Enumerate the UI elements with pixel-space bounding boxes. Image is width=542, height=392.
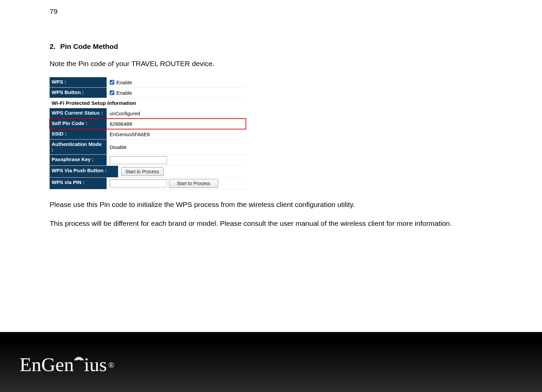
wps-enable-checkbox[interactable]: [110, 80, 114, 85]
engenius-logo: EnGen ius®: [20, 353, 114, 376]
value-auth: Disable: [107, 140, 246, 154]
label-status: WPS Current Status :: [50, 108, 107, 118]
wps-enable-text: Enable: [116, 80, 132, 85]
label-push: WPS Via Push Button :: [50, 166, 118, 177]
label-via-pin: WPS via PIN :: [50, 178, 107, 189]
wps-button-enable-text: Enable: [116, 90, 132, 96]
row-wps-button: WPS Button : Enable: [50, 88, 246, 98]
pin-start-button[interactable]: Start to Process: [169, 179, 218, 188]
footer-bar: EnGen ius®: [0, 332, 542, 392]
value-self-pin: 62686488: [107, 119, 246, 129]
content-block: 2.Pin Code Method Note the Pin code of y…: [50, 42, 495, 237]
label-self-pin: Self Pin Code :: [50, 119, 107, 129]
row-ssid: SSID : EnGenius5FA6E8: [50, 129, 246, 140]
label-auth: Authentication Mode :: [50, 140, 107, 154]
wps-pin-input[interactable]: [110, 179, 167, 187]
page-number: 79: [50, 7, 57, 16]
intro-paragraph: Note the Pin code of your TRAVEL ROUTER …: [50, 59, 495, 68]
label-ssid: SSID :: [50, 129, 107, 139]
value-via-pin: Start to Process: [107, 178, 246, 189]
row-wps: WPS : Enable: [50, 77, 246, 88]
wps-config-panel: WPS : Enable WPS Button : Enable Wi-Fi P…: [50, 77, 246, 189]
value-wps-button: Enable: [107, 88, 246, 98]
row-wps-via-pin: WPS via PIN : Start to Process: [50, 178, 246, 189]
row-push-button: WPS Via Push Button : Start to Process: [50, 166, 246, 178]
logo-gen: Gen: [41, 353, 74, 376]
paragraph-2: This process will be different for each …: [50, 218, 495, 228]
logo-reg: ®: [108, 361, 114, 370]
value-push: Start to Process: [118, 166, 246, 177]
wps-button-enable-checkbox[interactable]: [110, 90, 114, 95]
row-self-pin: Self Pin Code : 62686488: [50, 119, 246, 129]
value-wps: Enable: [107, 77, 246, 87]
value-status: unConfigured: [107, 108, 246, 118]
heading-number: 2.: [50, 42, 56, 51]
value-passphrase: [107, 155, 246, 165]
paragraph-1: Please use this Pin code to initialize t…: [50, 200, 495, 209]
value-ssid: EnGenius5FA6E8: [107, 129, 246, 139]
logo-en: En: [20, 353, 41, 376]
section-wifi-protected: Wi-Fi Protected Setup Information: [50, 98, 246, 108]
passphrase-input[interactable]: [110, 156, 167, 164]
row-passphrase: Passphrase Key :: [50, 155, 246, 166]
logo-ius: ius: [84, 353, 107, 376]
label-wps: WPS :: [50, 77, 107, 87]
footer-divider: [0, 332, 542, 343]
heading-title: Pin Code Method: [60, 42, 118, 50]
section-heading: 2.Pin Code Method: [50, 42, 495, 51]
label-wps-button: WPS Button :: [50, 88, 107, 98]
push-start-button[interactable]: Start to Process: [121, 167, 164, 176]
row-status: WPS Current Status : unConfigured: [50, 108, 246, 119]
label-passphrase: Passphrase Key :: [50, 155, 107, 165]
row-auth: Authentication Mode : Disable: [50, 140, 246, 155]
